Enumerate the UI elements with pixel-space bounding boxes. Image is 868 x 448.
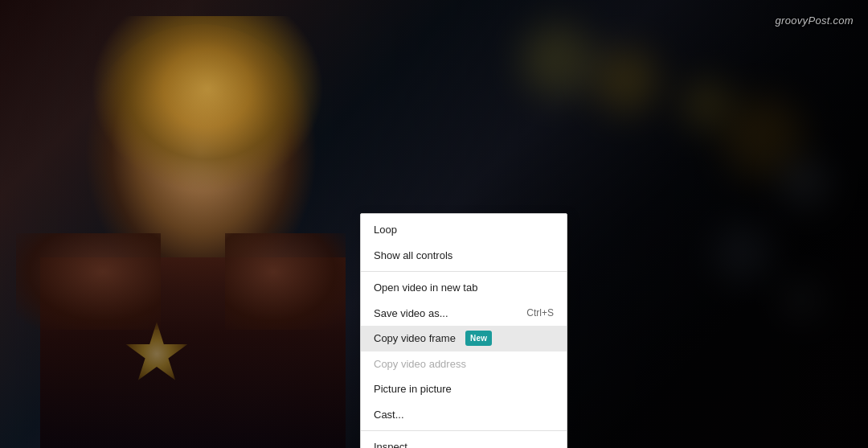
menu-divider <box>361 271 567 272</box>
menu-item-copy-address: Copy video address <box>361 351 567 377</box>
menu-item-copy-frame[interactable]: Copy video frameNew <box>361 326 567 351</box>
menu-item-inspect[interactable]: Inspect <box>361 434 567 448</box>
watermark: groovyPost.com <box>776 14 854 27</box>
menu-item-label-picture-in-picture: Picture in picture <box>374 381 452 397</box>
menu-item-label-copy-address: Copy video address <box>374 356 466 372</box>
menu-item-show-all-controls[interactable]: Show all controls <box>361 243 567 269</box>
menu-item-label-inspect: Inspect <box>374 439 407 448</box>
badge-new-copy-frame: New <box>465 331 492 346</box>
menu-divider <box>361 430 567 431</box>
menu-shortcut-save-video: Ctrl+S <box>526 306 554 320</box>
menu-item-label-show-all-controls: Show all controls <box>374 248 452 264</box>
context-menu: LoopShow all controlsOpen video in new t… <box>360 213 567 448</box>
menu-item-save-video[interactable]: Save video as...Ctrl+S <box>361 301 567 327</box>
menu-item-picture-in-picture[interactable]: Picture in picture <box>361 376 567 402</box>
menu-item-label-open-new-tab: Open video in new tab <box>374 280 477 296</box>
menu-item-loop[interactable]: Loop <box>361 217 567 243</box>
menu-item-label-copy-frame: Copy video frame <box>374 331 456 347</box>
menu-item-cast[interactable]: Cast... <box>361 402 567 428</box>
menu-item-open-new-tab[interactable]: Open video in new tab <box>361 275 567 301</box>
menu-item-label-cast: Cast... <box>374 407 404 423</box>
menu-item-label-save-video: Save video as... <box>374 306 448 322</box>
menu-item-label-loop: Loop <box>374 222 397 238</box>
